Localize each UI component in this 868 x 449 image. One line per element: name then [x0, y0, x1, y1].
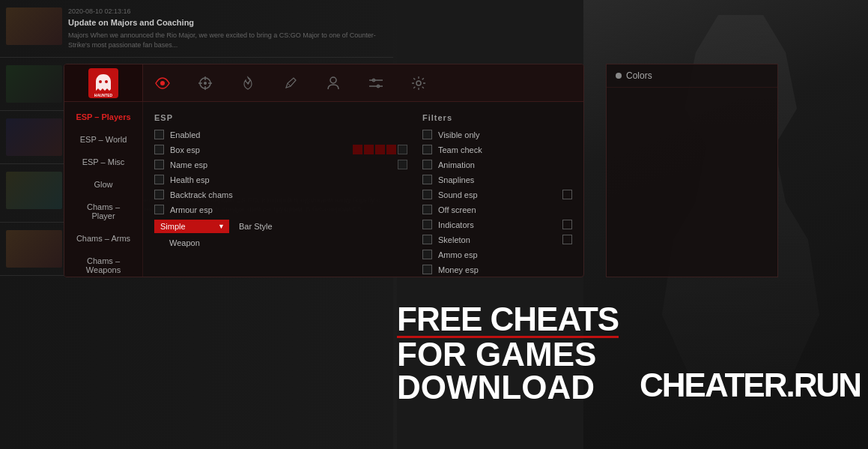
checkbox-name-esp[interactable] [154, 160, 164, 169]
sidebar-item-chams-player[interactable]: Chams – Player [68, 196, 139, 226]
checkbox-sound-esp-right[interactable] [562, 190, 572, 199]
checkbox-animation[interactable] [422, 160, 432, 169]
option-armour: Armour esp [154, 205, 407, 214]
checkbox-indicators-right[interactable] [562, 220, 572, 229]
esp-section-title: ESP [154, 113, 407, 122]
promo-line1: FREE CHEATS [397, 303, 619, 338]
filter-off-screen: Off screen [422, 205, 572, 214]
news-thumb [6, 7, 62, 45]
filter-ammo-esp: Ammo esp [422, 250, 572, 259]
checkbox-armour[interactable] [154, 205, 164, 214]
option-box-esp: Box esp [154, 145, 407, 154]
checkbox-box-esp[interactable] [154, 145, 164, 154]
svg-point-4 [160, 81, 165, 85]
label-ammo-esp: Ammo esp [438, 250, 478, 259]
dropdown-wrapper: Simple Corner 3D Filled ▼ [154, 220, 229, 233]
filter-snaplines: Snaplines [422, 175, 572, 184]
checkbox-skeleton[interactable] [422, 235, 432, 244]
sidebar-item-chams-arms[interactable]: Chams – Arms [68, 228, 139, 249]
svg-text:HAUNTED: HAUNTED [94, 93, 113, 97]
checkbox-money-esp[interactable] [422, 265, 432, 274]
colors-title: Colors [626, 70, 652, 81]
label-enabled: Enabled [170, 130, 200, 139]
name-esp-swatches [398, 160, 407, 169]
option-backtrack: Backtrack chams [154, 190, 407, 199]
checkbox-sound-esp[interactable] [422, 190, 432, 199]
haunted-project-logo: HAUNTED [88, 68, 118, 98]
esp-section: ESP Enabled Box esp [154, 113, 407, 265]
option-enabled: Enabled [154, 130, 407, 139]
nav-trigger-icon[interactable] [240, 75, 256, 91]
svg-point-10 [204, 82, 207, 85]
filter-skeleton: Skeleton [422, 235, 572, 244]
swatch-1[interactable] [353, 145, 362, 154]
swatch-2[interactable] [364, 145, 374, 154]
nav-misc-icon[interactable] [282, 75, 299, 91]
label-sound-esp: Sound esp [438, 190, 478, 199]
nav-player-icon[interactable] [325, 75, 342, 91]
checkbox-off-screen[interactable] [422, 205, 432, 214]
label-money-esp: Money esp [438, 265, 479, 274]
sidebar-item-glow[interactable]: Glow [68, 174, 139, 195]
filter-indicators: Indicators [422, 220, 572, 229]
promo-brand: CHEATER.RUN [640, 367, 861, 404]
svg-point-17 [416, 81, 421, 85]
option-weapon: Weapon [154, 238, 407, 247]
swatch-4[interactable] [386, 145, 396, 154]
option-health-esp: Health esp [154, 175, 407, 184]
label-animation: Animation [438, 160, 475, 169]
filters-section-title: Filters [422, 113, 572, 122]
news-thumb [6, 172, 62, 209]
filter-team-check: Team check [422, 145, 572, 154]
news-thumb [6, 65, 62, 103]
cheat-logo: HAUNTED [64, 64, 143, 102]
nav-settings-icon[interactable] [410, 75, 427, 91]
checkbox-backtrack[interactable] [154, 190, 164, 199]
label-off-screen: Off screen [438, 205, 476, 214]
checkbox-ammo-esp[interactable] [422, 250, 432, 259]
checkbox-enabled[interactable] [154, 130, 164, 139]
label-backtrack: Backtrack chams [170, 190, 233, 199]
sidebar-item-chams-weapons[interactable]: Chams – Weapons [68, 250, 139, 277]
bar-style-dropdown[interactable]: Simple Corner 3D Filled [154, 220, 229, 233]
swatch-3[interactable] [375, 145, 385, 154]
news-thumb [6, 118, 62, 156]
checkbox-visible-only[interactable] [422, 130, 432, 139]
checkbox-indicators[interactable] [422, 220, 432, 229]
news-title: Update on Majors and Coaching [68, 17, 387, 28]
dropdown-row: Simple Corner 3D Filled ▼ Bar Style [154, 220, 407, 233]
nav-config-icon[interactable] [368, 75, 384, 91]
box-esp-swatches [353, 145, 407, 154]
svg-point-2 [105, 80, 108, 83]
news-item[interactable]: 2020-08-10 02:13:16 Update on Majors and… [0, 0, 393, 58]
colors-panel: Colors [606, 64, 778, 277]
nav-esp-icon[interactable] [154, 75, 171, 91]
news-date: 2020-08-10 02:13:16 [68, 7, 387, 15]
label-health-esp: Health esp [170, 175, 210, 184]
option-name-esp: Name esp [154, 160, 407, 169]
checkbox-team-check[interactable] [422, 145, 432, 154]
name-swatch-1[interactable] [398, 160, 407, 169]
cheat-main-content: ESP Enabled Box esp [143, 102, 583, 277]
filter-visible-only: Visible only [422, 130, 572, 139]
label-team-check: Team check [438, 145, 482, 154]
cheat-window: HAUNTED [64, 64, 584, 277]
swatch-5[interactable] [398, 145, 407, 154]
checkbox-skeleton-right[interactable] [562, 235, 572, 244]
sidebar-item-esp-misc[interactable]: ESP – Misc [68, 151, 139, 172]
label-snaplines: Snaplines [438, 175, 474, 184]
filter-sound-esp: Sound esp [422, 190, 572, 199]
label-name-esp: Name esp [170, 160, 207, 169]
sidebar-item-esp-world[interactable]: ESP – World [68, 129, 139, 150]
filter-animation: Animation [422, 160, 572, 169]
cheat-navbar [143, 64, 583, 102]
checkbox-snaplines[interactable] [422, 175, 432, 184]
promo-line2: FOR GAMES [397, 338, 619, 371]
news-content: 2020-08-10 02:13:16 Update on Majors and… [68, 7, 387, 49]
colors-header: Colors [607, 64, 777, 88]
sidebar-item-esp-players[interactable]: ESP – Players [68, 106, 139, 127]
nav-aimbot-icon[interactable] [197, 75, 213, 91]
label-box-esp: Box esp [170, 145, 200, 154]
checkbox-health-esp[interactable] [154, 175, 164, 184]
filters-section: Filters Visible only Team check Animatio… [422, 113, 572, 265]
